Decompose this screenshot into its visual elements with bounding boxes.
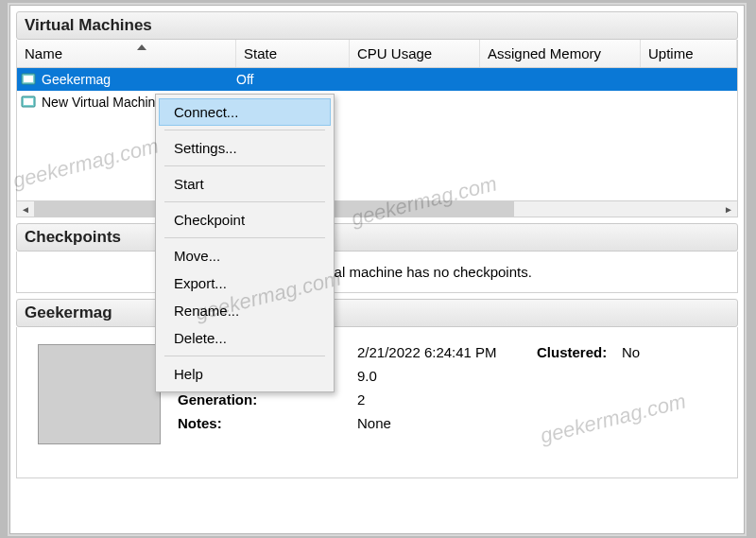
clustered-value: No: [622, 344, 640, 360]
inner-content: Virtual Machines Name State CPU Usage As…: [16, 11, 738, 533]
config-version-value: 9.0: [357, 368, 537, 384]
menu-move[interactable]: Move...: [159, 242, 331, 269]
created-value: 2/21/2022 6:24:41 PM: [357, 344, 537, 360]
menu-export[interactable]: Export...: [159, 269, 331, 297]
hyperv-manager-pane: Virtual Machines Name State CPU Usage As…: [9, 5, 745, 534]
checkpoints-header: Checkpoints: [16, 223, 738, 252]
vm-thumbnail[interactable]: [38, 344, 161, 444]
menu-separator: [164, 130, 325, 130]
menu-start[interactable]: Start: [159, 170, 331, 198]
column-cpu[interactable]: CPU Usage: [350, 40, 480, 67]
menu-separator: [164, 201, 325, 202]
generation-label: Generation:: [178, 391, 357, 408]
vm-column-headers: Name State CPU Usage Assigned Memory Upt…: [16, 40, 738, 68]
menu-separator: [164, 237, 325, 238]
scroll-track[interactable]: [34, 201, 720, 217]
scroll-right-icon[interactable]: ►: [720, 201, 737, 217]
vm-row-new[interactable]: New Virtual Machine: [17, 91, 737, 113]
menu-settings[interactable]: Settings...: [159, 134, 331, 162]
details-header: Geekermag: [16, 299, 738, 327]
menu-help[interactable]: Help: [159, 360, 331, 388]
sort-ascending-icon: [137, 44, 146, 50]
notes-value: None: [357, 415, 537, 431]
menu-separator: [164, 165, 325, 166]
generation-value: 2: [357, 391, 537, 408]
column-state[interactable]: State: [236, 40, 350, 67]
vm-name: New Virtual Machine: [42, 95, 163, 110]
checkpoints-body: The selected virtual machine has no chec…: [16, 252, 738, 293]
svg-rect-3: [24, 98, 33, 105]
vm-list: Geekermag Off New Virtual Machine: [16, 68, 738, 200]
svg-rect-1: [24, 76, 33, 82]
menu-checkpoint[interactable]: Checkpoint: [159, 206, 331, 234]
menu-connect[interactable]: Connect...: [159, 98, 331, 126]
vm-icon: [21, 72, 36, 87]
scroll-left-icon[interactable]: ◄: [17, 201, 34, 217]
column-uptime[interactable]: Uptime: [641, 40, 737, 67]
details-body: Created: 2/21/2022 6:24:41 PM Clustered:…: [16, 327, 738, 478]
column-memory[interactable]: Assigned Memory: [480, 40, 641, 67]
details-title: Geekermag: [25, 304, 112, 321]
menu-delete[interactable]: Delete...: [159, 324, 331, 352]
vm-name: Geekermag: [42, 72, 111, 87]
menu-separator: [164, 356, 325, 356]
menu-rename[interactable]: Rename...: [159, 297, 331, 324]
checkpoints-title: Checkpoints: [25, 228, 121, 246]
clustered-label: Clustered:: [537, 344, 622, 360]
vm-state: Off: [236, 72, 350, 87]
column-name[interactable]: Name: [17, 40, 236, 67]
vm-context-menu: Connect... Settings... Start Checkpoint …: [155, 94, 335, 392]
vm-icon: [21, 95, 36, 110]
notes-label: Notes:: [178, 415, 357, 431]
vm-row-geekermag[interactable]: Geekermag Off: [17, 68, 737, 91]
virtual-machines-title: Virtual Machines: [25, 16, 152, 34]
horizontal-scrollbar[interactable]: ◄ ►: [16, 200, 738, 217]
virtual-machines-header: Virtual Machines: [16, 11, 738, 40]
